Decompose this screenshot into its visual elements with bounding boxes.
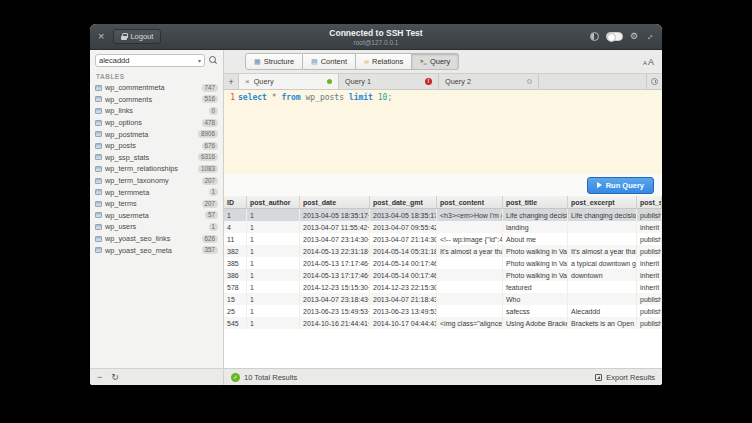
table-icon	[95, 224, 102, 230]
col-header-post-status[interactable]: post_status	[637, 196, 662, 208]
dark-mode-icon[interactable]	[590, 32, 599, 41]
tab-relations-label: Relations	[372, 57, 403, 66]
sidebar-table-item[interactable]: wp_term_taxonomy 207	[90, 175, 223, 187]
sql-code: select * from wp_posts limit 10;	[238, 93, 392, 174]
play-icon	[597, 182, 602, 188]
sidebar-table-item[interactable]: wp_posts 676	[90, 140, 223, 152]
cell-id: 545	[224, 317, 247, 329]
table-row[interactable]: 578 1 2014-12-23 15:15:30+0 2014-12-23 2…	[224, 281, 662, 293]
table-row[interactable]: 15 1 2013-04-07 23:18:43+0 2013-04-07 21…	[224, 293, 662, 305]
cell-id: 1	[224, 209, 247, 221]
status-left: ✓ 10 Total Results	[231, 373, 297, 382]
query-tab-3[interactable]: Query 2	[439, 74, 539, 89]
export-results-button[interactable]: Export Results	[595, 373, 655, 382]
query-tab-1[interactable]: × Query	[239, 74, 339, 89]
cell-post-date: 2014-12-23 15:15:30+0	[300, 281, 370, 293]
tab-query[interactable]: >_ Query	[412, 53, 459, 70]
table-name: wp_commentmeta	[105, 83, 199, 92]
cell-post-excerpt: It's almost a year that I m	[568, 245, 637, 257]
sidebar-table-item[interactable]: wp_term_relationships 1083	[90, 163, 223, 175]
tab-structure[interactable]: ▦ Structure	[245, 53, 303, 70]
window-close-icon[interactable]: ×	[98, 31, 104, 42]
run-query-label: Run Query	[606, 181, 644, 190]
cell-post-content: It's almost a year that I m	[437, 245, 503, 257]
sidebar-table-item[interactable]: wp_users 1	[90, 221, 223, 233]
sidebar-table-item[interactable]: wp_usermeta 57	[90, 210, 223, 222]
cell-post-content	[437, 305, 503, 317]
search-icon[interactable]	[209, 56, 218, 65]
cell-post-date-gmt: 2013-04-07 21:14:30+0	[370, 233, 437, 245]
query-tab-2[interactable]: Query 1 !	[339, 74, 439, 89]
cell-post-content	[437, 269, 503, 281]
cell-post-title: Photo walking in Vancouv	[503, 245, 568, 257]
sidebar-table-item[interactable]: wp_yoast_seo_links 626	[90, 233, 223, 245]
col-header-post-excerpt[interactable]: post_excerpt	[568, 196, 637, 208]
query-history-button[interactable]	[646, 74, 662, 89]
search-input[interactable]	[99, 56, 196, 65]
sidebar-table-item[interactable]: wp_ssp_stats 6316	[90, 152, 223, 164]
font-size-icon[interactable]: A A	[643, 57, 654, 67]
tab-content[interactable]: ▤ Content	[303, 53, 356, 70]
sidebar-table-item[interactable]: wp_commentmeta 747	[90, 82, 223, 94]
table-row[interactable]: 385 1 2014-05-13 17:17:46+0 2014-05-14 0…	[224, 257, 662, 269]
cell-post-author: 1	[247, 281, 300, 293]
table-name: wp_term_relationships	[105, 164, 195, 173]
sql-editor[interactable]: 1 select * from wp_posts limit 10;	[224, 90, 662, 174]
col-header-post-date-gmt[interactable]: post_date_gmt	[370, 196, 437, 208]
table-row[interactable]: 386 1 2014-05-13 17:17:46+0 2014-05-14 0…	[224, 269, 662, 281]
refresh-icon[interactable]: ↻	[111, 373, 119, 382]
cell-id: 25	[224, 305, 247, 317]
cell-post-excerpt: Alecaddd	[568, 305, 637, 317]
table-row[interactable]: 11 1 2013-04-07 23:14:30+0 2013-04-07 21…	[224, 233, 662, 245]
cell-post-excerpt	[568, 233, 637, 245]
table-row-count-badge: 676	[202, 142, 219, 150]
logout-button[interactable]: Logout	[113, 29, 161, 44]
theme-toggle[interactable]	[606, 32, 623, 41]
col-header-id[interactable]: ID	[224, 196, 247, 208]
table-row[interactable]: 1 1 2013-04-05 18:35:17+0 2013-04-05 18:…	[224, 209, 662, 221]
close-tab-icon[interactable]: ×	[245, 78, 250, 86]
table-row-count-badge: 57	[205, 211, 218, 219]
table-row-count-badge: 357	[202, 246, 219, 254]
sidebar-table-item[interactable]: wp_yoast_seo_meta 357	[90, 244, 223, 256]
error-badge-icon: !	[425, 78, 432, 85]
cell-post-content	[437, 281, 503, 293]
chevron-down-icon[interactable]: ▾	[198, 58, 201, 64]
table-icon	[95, 166, 102, 172]
cell-post-excerpt: Life changing decisions. I	[568, 209, 637, 221]
tab-relations[interactable]: ∞ Relations	[356, 53, 412, 70]
table-icon	[95, 131, 102, 137]
gear-icon[interactable]: ⚙	[630, 32, 638, 41]
new-query-tab-button[interactable]: +	[224, 74, 239, 89]
col-header-post-content[interactable]: post_content	[437, 196, 503, 208]
run-query-button[interactable]: Run Query	[587, 177, 654, 194]
table-row[interactable]: 382 1 2014-05-13 22:31:18+0 2014-05-14 0…	[224, 245, 662, 257]
expand-icon[interactable]: ↔	[643, 30, 656, 43]
table-row[interactable]: 25 1 2013-06-23 15:49:53+0 2013-06-23 13…	[224, 305, 662, 317]
export-icon	[595, 374, 602, 381]
table-icon	[95, 189, 102, 195]
content-icon: ▤	[311, 58, 318, 65]
cell-id: 382	[224, 245, 247, 257]
cell-post-content	[437, 293, 503, 305]
col-header-post-date[interactable]: post_date	[300, 196, 370, 208]
cell-post-excerpt	[568, 293, 637, 305]
app-window: × Logout Connected to SSH Test root@127.…	[90, 24, 662, 385]
sidebar-table-item[interactable]: wp_termmeta 1	[90, 186, 223, 198]
table-row[interactable]: 4 1 2013-04-07 11:55:42+0 2013-04-07 09:…	[224, 221, 662, 233]
table-row[interactable]: 545 1 2014-10-16 21:44:41+0 2014-10-17 0…	[224, 317, 662, 329]
sidebar-table-item[interactable]: wp_options 478	[90, 117, 223, 129]
export-results-label: Export Results	[606, 373, 655, 382]
sidebar-table-item[interactable]: wp_terms 207	[90, 198, 223, 210]
cell-post-status: inherit	[637, 281, 662, 293]
cell-post-content: <h3><em>How I'm going	[437, 209, 503, 221]
tab-structure-label: Structure	[264, 57, 294, 66]
sidebar-table-item[interactable]: wp_comments 516	[90, 94, 223, 106]
results-rows: 1 1 2013-04-05 18:35:17+0 2013-04-05 18:…	[224, 209, 662, 329]
sidebar-table-item[interactable]: wp_postmeta 8906	[90, 128, 223, 140]
col-header-post-author[interactable]: post_author	[247, 196, 300, 208]
col-header-post-title[interactable]: post_title	[503, 196, 568, 208]
sidebar-table-item[interactable]: wp_links 0	[90, 105, 223, 117]
remove-connection-icon[interactable]: −	[97, 373, 102, 382]
lock-icon	[121, 33, 127, 40]
